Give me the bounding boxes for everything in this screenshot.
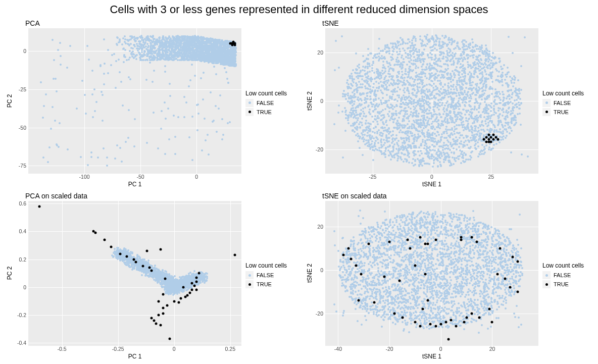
legend-false-label: FALSE: [554, 100, 571, 106]
legend-false-label: FALSE: [257, 100, 274, 106]
legend-title: Low count cells: [542, 90, 595, 97]
legend-dot-false: [545, 274, 548, 277]
xticks-pca-scaled: -0.5-0.2500.25: [28, 346, 241, 353]
subtitle-pca: PCA: [3, 18, 241, 28]
legend-pca: Low count cells FALSE TRUE: [241, 18, 298, 189]
legend-pca-scaled: Low count cells FALSE TRUE: [241, 191, 298, 361]
plot-area-tsne-scaled: [325, 201, 538, 346]
legend-false-label: FALSE: [554, 272, 571, 278]
panel-pca-scaled: PCA on scaled data PC 2 -0.4-0.200.20.40…: [3, 191, 298, 361]
legend-false: FALSE: [542, 271, 595, 279]
legend-dot-true: [248, 283, 251, 286]
yticks-pca: -75-50-250: [12, 28, 28, 174]
xticks-tsne-scaled: -40-20020: [325, 346, 538, 353]
legend-false: FALSE: [542, 99, 595, 107]
legend-tsne: Low count cells FALSE TRUE: [538, 18, 595, 189]
legend-dot-true: [545, 283, 548, 286]
legend-true: TRUE: [245, 108, 298, 116]
xlabel-tsne-scaled: tSNE 1: [325, 353, 538, 361]
legend-false: FALSE: [245, 271, 298, 279]
legend-dot-true: [248, 111, 251, 113]
yticks-tsne: -20020: [309, 28, 325, 174]
plot-area-pca-scaled: [28, 201, 241, 346]
legend-tsne-scaled: Low count cells FALSE TRUE: [538, 191, 595, 361]
legend-dot-false: [248, 101, 251, 104]
main-title: Cells with 3 or less genes represented i…: [0, 0, 598, 18]
panel-tsne-scaled: tSNE on scaled data tSNE 2 -20020 -40-20…: [300, 191, 595, 361]
xlabel-pca-scaled: PC 1: [28, 353, 241, 361]
subtitle-tsne-scaled: tSNE on scaled data: [300, 191, 538, 201]
legend-false: FALSE: [245, 99, 298, 107]
legend-true: TRUE: [542, 108, 595, 116]
legend-title: Low count cells: [245, 90, 298, 97]
subtitle-tsne: tSNE: [300, 18, 538, 28]
subtitle-pca-scaled: PCA on scaled data: [3, 191, 241, 201]
chart-grid: PCA PC 2 -75-50-250 -100-500 PC 1 Low co…: [0, 18, 598, 364]
legend-title: Low count cells: [245, 262, 298, 269]
xlabel-pca: PC 1: [28, 181, 241, 189]
legend-dot-false: [545, 101, 548, 104]
legend-true-label: TRUE: [257, 109, 272, 115]
legend-true-label: TRUE: [554, 109, 569, 115]
legend-true: TRUE: [542, 280, 595, 288]
yticks-tsne-scaled: -20020: [309, 201, 325, 346]
legend-true: TRUE: [245, 280, 298, 288]
plot-area-pca: [28, 28, 241, 174]
xticks-pca: -100-500: [28, 174, 241, 181]
xlabel-tsne: tSNE 1: [325, 181, 538, 189]
legend-title: Low count cells: [542, 262, 595, 269]
legend-false-label: FALSE: [257, 272, 274, 278]
legend-true-label: TRUE: [257, 281, 272, 287]
yticks-pca-scaled: -0.4-0.200.20.40.6: [12, 201, 28, 346]
legend-true-label: TRUE: [554, 281, 569, 287]
legend-dot-true: [545, 111, 548, 113]
panel-tsne: tSNE tSNE 2 -20020 -25025 tSNE 1 Low cou…: [300, 18, 595, 189]
panel-pca: PCA PC 2 -75-50-250 -100-500 PC 1 Low co…: [3, 18, 298, 189]
plot-area-tsne: [325, 28, 538, 174]
legend-dot-false: [248, 274, 251, 277]
xticks-tsne: -25025: [325, 174, 538, 181]
